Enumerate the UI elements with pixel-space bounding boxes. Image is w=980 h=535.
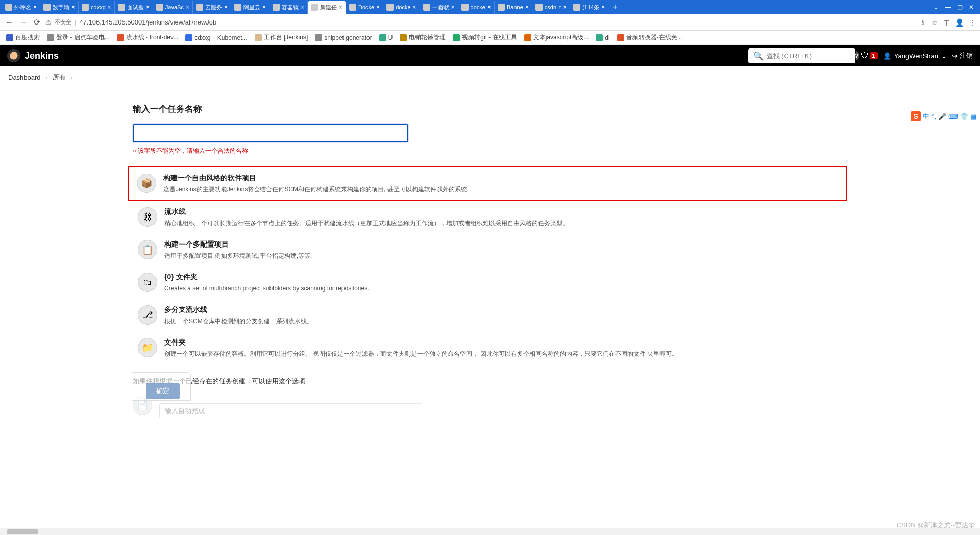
tab-favicon-icon bbox=[498, 4, 505, 11]
tab-close-icon[interactable]: × bbox=[451, 4, 455, 11]
bookmark-item[interactable]: snippet generator bbox=[315, 34, 372, 41]
item-type-option[interactable]: 📦构建一个自由风格的软件项目这是Jenkins的主要功能Jenkins将会结合任… bbox=[128, 166, 847, 201]
address-bar: ← → ⟳ ⚠ 不安全 | 47.106.145.205:50001/jenki… bbox=[0, 14, 980, 31]
url-box[interactable]: ⚠ 不安全 | 47.106.145.205:50001/jenkins/vie… bbox=[45, 18, 916, 26]
tab-favicon-icon bbox=[535, 4, 543, 11]
browser-tab[interactable]: 容器镜× bbox=[270, 1, 308, 14]
ime-keyboard-icon[interactable]: ⌨ bbox=[948, 113, 958, 120]
item-type-option[interactable]: 📋构建一个多配置项目适用于多配置项目,例如多环境测试,平台指定构建,等等. bbox=[133, 234, 847, 266]
bookmark-label: 流水线 · front-dev... bbox=[126, 33, 178, 42]
tab-favicon-icon bbox=[5, 4, 12, 11]
tab-favicon-icon bbox=[573, 4, 580, 11]
bookmark-item[interactable]: 流水线 · front-dev... bbox=[117, 33, 178, 42]
share-icon[interactable]: ⇪ bbox=[920, 18, 926, 27]
tab-close-icon[interactable]: × bbox=[224, 4, 228, 11]
jenkins-logo[interactable]: Jenkins bbox=[7, 49, 59, 62]
tab-close-icon[interactable]: × bbox=[601, 4, 605, 11]
bookmark-item[interactable]: 视频转gif - 在线工具 bbox=[453, 33, 517, 42]
browser-tab[interactable]: (114条× bbox=[570, 1, 608, 14]
ok-button[interactable]: 确定 bbox=[146, 383, 180, 399]
browser-tab[interactable]: 面试题× bbox=[115, 1, 153, 14]
browser-tab[interactable]: 数字输× bbox=[40, 1, 79, 14]
ime-toolbar[interactable]: S 中 °, 🎤 ⌨ 👕 ▦ bbox=[910, 110, 977, 123]
tab-label: csdn_t bbox=[545, 4, 561, 10]
tab-close-icon[interactable]: × bbox=[108, 4, 111, 11]
forward-button[interactable]: → bbox=[18, 17, 29, 28]
bookmark-item[interactable]: di bbox=[596, 34, 609, 41]
item-type-icon: ⛓ bbox=[138, 207, 157, 227]
user-menu[interactable]: 👤 YangWenShan ⌄ bbox=[883, 52, 947, 60]
tab-favicon-icon bbox=[423, 4, 430, 11]
bookmark-item[interactable]: 工作台 [Jenkins] bbox=[255, 33, 308, 42]
browser-tab[interactable]: 外呼名× bbox=[2, 1, 40, 14]
notifications[interactable]: 🛡 1 bbox=[861, 51, 878, 60]
browser-tab[interactable]: Docke× bbox=[346, 1, 383, 14]
tab-label: 面试题 bbox=[127, 4, 144, 11]
help-icon[interactable]: ? bbox=[855, 51, 859, 60]
item-type-option[interactable]: ⛓流水线精心地组织一个可以长期运行在多个节点上的任务。适用于构建流水线（更加正式… bbox=[133, 201, 847, 234]
item-type-option[interactable]: 📁文件夹创建一个可以嵌套存储的容器。利用它可以进行分组。 视图仅仅是一个过滤器，… bbox=[133, 332, 847, 364]
browser-tab[interactable]: 新建任× bbox=[308, 1, 346, 14]
crumb-all[interactable]: 所有 bbox=[53, 72, 66, 82]
browser-tab[interactable]: csdn_t× bbox=[532, 1, 570, 14]
copy-from-input[interactable] bbox=[159, 403, 422, 418]
bookmark-favicon-icon bbox=[524, 34, 531, 41]
extensions-icon[interactable]: ◫ bbox=[943, 18, 950, 27]
back-button[interactable]: ← bbox=[4, 17, 14, 28]
reload-button[interactable]: ⟳ bbox=[33, 16, 41, 28]
tab-close-icon[interactable]: × bbox=[376, 4, 380, 11]
maximize-icon[interactable]: ▢ bbox=[957, 4, 963, 11]
new-tab-button[interactable]: + bbox=[608, 3, 621, 12]
tab-close-icon[interactable]: × bbox=[33, 4, 37, 11]
item-type-title: 构建一个自由风格的软件项目 bbox=[163, 174, 841, 183]
bookmark-label: 工作台 [Jenkins] bbox=[264, 33, 308, 42]
crumb-dashboard[interactable]: Dashboard bbox=[8, 74, 41, 81]
bookmark-label: snippet generator bbox=[324, 34, 372, 41]
close-window-icon[interactable]: ✕ bbox=[969, 4, 974, 11]
ime-grid-icon[interactable]: ▦ bbox=[970, 113, 976, 120]
browser-tab[interactable]: docke× bbox=[458, 1, 495, 14]
bookmark-item[interactable]: cdxxg – Kubernet... bbox=[185, 34, 247, 41]
search-input[interactable] bbox=[767, 52, 852, 60]
url-text: 47.106.145.205:50001/jenkins/view/all/ne… bbox=[79, 18, 216, 26]
tab-close-icon[interactable]: × bbox=[186, 4, 189, 11]
ime-lang[interactable]: 中 bbox=[923, 112, 929, 121]
minimize-icon[interactable]: — bbox=[945, 4, 951, 11]
browser-tab[interactable]: cdxxg× bbox=[79, 1, 115, 14]
item-type-option[interactable]: 🗂{0} 文件夹Creates a set of multibranch pro… bbox=[133, 266, 847, 299]
tab-close-icon[interactable]: × bbox=[71, 4, 75, 11]
ime-mic-icon[interactable]: 🎤 bbox=[938, 113, 946, 120]
tab-close-icon[interactable]: × bbox=[563, 4, 567, 11]
tab-close-icon[interactable]: × bbox=[413, 4, 416, 11]
bookmark-item[interactable]: U bbox=[379, 34, 393, 41]
star-icon[interactable]: ☆ bbox=[932, 18, 938, 27]
bookmark-item[interactable]: 音频转换器-在线免... bbox=[617, 33, 682, 42]
browser-tab[interactable]: Banne× bbox=[495, 1, 532, 14]
bookmark-item[interactable]: 百度搜索 bbox=[6, 33, 40, 42]
tab-close-icon[interactable]: × bbox=[525, 4, 529, 11]
browser-tab[interactable]: 一看就× bbox=[420, 1, 458, 14]
ime-skin-icon[interactable]: 👕 bbox=[960, 113, 968, 120]
item-type-option[interactable]: ⎇多分支流水线根据一个SCM仓库中检测到的分支创建一系列流水线。 bbox=[133, 299, 847, 332]
browser-tab[interactable]: docke× bbox=[383, 1, 420, 14]
browser-tab[interactable]: 阿里云× bbox=[231, 1, 270, 14]
browser-tab[interactable]: JavaSc× bbox=[153, 1, 193, 14]
chevron-down-icon[interactable]: ⌄ bbox=[934, 4, 939, 11]
bookmark-favicon-icon bbox=[315, 34, 322, 41]
search-box[interactable]: 🔍 ? bbox=[748, 48, 855, 63]
bookmark-item[interactable]: 登录 - 启点车验电... bbox=[47, 33, 110, 42]
tab-close-icon[interactable]: × bbox=[301, 4, 304, 11]
bookmark-item[interactable]: 文本javascript高级... bbox=[524, 33, 589, 42]
logout-link[interactable]: ↪ 注销 bbox=[952, 51, 973, 60]
tab-close-icon[interactable]: × bbox=[262, 4, 266, 11]
bookmark-item[interactable]: 电销轮播管理 bbox=[400, 33, 446, 42]
browser-tab[interactable]: 云服务× bbox=[193, 1, 231, 14]
tab-close-icon[interactable]: × bbox=[487, 4, 491, 11]
form-heading: 输入一个任务名称 bbox=[133, 103, 847, 115]
item-name-input[interactable] bbox=[133, 124, 408, 142]
ime-punct-icon[interactable]: °, bbox=[932, 113, 936, 120]
tab-close-icon[interactable]: × bbox=[339, 4, 342, 11]
menu-icon[interactable]: ⋮ bbox=[969, 18, 976, 27]
tab-close-icon[interactable]: × bbox=[146, 4, 150, 11]
profile-icon[interactable]: 👤 bbox=[955, 18, 964, 27]
